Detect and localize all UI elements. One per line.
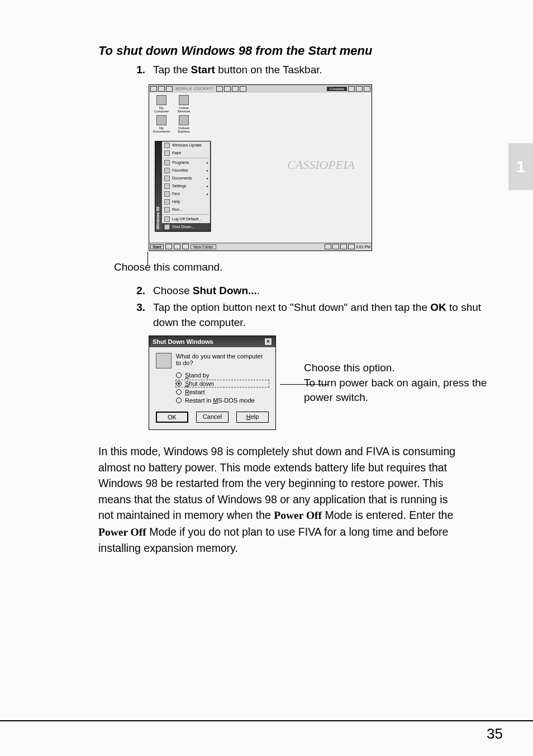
menu-run: Run... [162, 206, 210, 214]
menu-label: Log Off Default... [172, 217, 202, 221]
mail-icon [179, 115, 189, 125]
shutdown-icon [164, 224, 170, 230]
menu-label: Paint [172, 151, 181, 155]
dialog-icon [156, 353, 172, 368]
paint-icon [164, 150, 170, 156]
figure-caption: Choose this command. [114, 261, 499, 273]
update-icon [164, 143, 170, 148]
body-paragraph: In this mode, Windows 98 is completely s… [98, 443, 456, 556]
toolbar-icon [232, 86, 239, 92]
toolbar-icon [240, 86, 246, 92]
radio-icon [176, 389, 182, 395]
text: Mode if you do not plan to use FIVA for … [98, 526, 448, 554]
taskbar-clock: 2:01 PM [356, 245, 370, 249]
callout-line [280, 384, 329, 385]
callout-line [147, 252, 148, 265]
text: button on the Taskbar. [215, 64, 322, 75]
toolbar-icon [356, 86, 363, 92]
menu-find: Find [162, 190, 210, 198]
menu-label: Favorites [172, 168, 188, 172]
footer-rule [0, 720, 533, 721]
help-icon [164, 199, 170, 205]
quicklaunch-icon [165, 244, 172, 249]
ok-button: OK [156, 412, 188, 423]
option-label: estart [189, 389, 205, 395]
text-bold: Power Off [274, 509, 322, 521]
text-bold: Power Off [98, 526, 146, 538]
mnemonic: R [185, 389, 189, 395]
menu-label: Find [172, 192, 180, 196]
desktop-icon-my-documents: My Documents [153, 115, 170, 133]
page-number: 35 [487, 725, 503, 743]
folder-icon [179, 95, 189, 105]
menu-favorites: Favorites [162, 167, 210, 174]
quicklaunch-icon [182, 244, 189, 249]
menu-label: Shut Down... [172, 225, 194, 229]
tray-icon [332, 244, 339, 249]
icon-label: Online Services [177, 106, 190, 113]
step-number: 1. [133, 63, 145, 78]
toolbar-title: MOBILE COCKPIT [175, 87, 213, 91]
menu-logoff: Log Off Default... [162, 215, 210, 223]
menu-documents: Documents [162, 174, 210, 182]
documents-icon [156, 115, 166, 125]
icon-label: My Computer [154, 106, 169, 113]
toolbar-icon [150, 86, 157, 92]
option-label: tand by [189, 372, 209, 379]
icon-label: My Documents [153, 126, 170, 133]
menu-label: Settings [172, 184, 186, 188]
menu-paint: Paint [162, 149, 210, 157]
step-text: Tap the option button next to "Shut down… [153, 300, 499, 330]
icon-label: Outlook Express [178, 126, 190, 133]
toolbar-icon [224, 86, 231, 92]
documents-icon [164, 176, 170, 181]
text-bold: OK [430, 301, 446, 313]
desktop-icons-row: My Computer Online Services [153, 95, 193, 113]
text: . [257, 285, 260, 296]
option-standby: Stand by [176, 372, 269, 379]
menu-shutdown: Shut Down... [162, 223, 210, 231]
help-button: Help [236, 412, 269, 423]
toolbar-icon [166, 86, 173, 92]
start-menu: Windows 98 Windows Update Paint Programs… [155, 141, 211, 231]
taskbar: Start New Folder 2:01 PM [149, 243, 372, 251]
menu-programs: Programs [162, 159, 210, 167]
settings-icon [164, 183, 170, 189]
menu-label: Programs [172, 160, 189, 164]
text: Tap the option button next to "Shut down… [153, 301, 430, 313]
close-icon: × [264, 338, 272, 346]
run-icon [164, 207, 170, 212]
annotation-text: To turn power back on again, press the p… [304, 376, 499, 405]
desktop-icons-row: My Documents Outlook Express [153, 115, 193, 133]
tray-icon [340, 244, 347, 249]
chapter-tab: 1 [508, 143, 533, 190]
radio-icon [176, 398, 182, 403]
mnemonic: M [213, 397, 218, 404]
option-label: Restart in [185, 397, 213, 404]
quicklaunch-icon [174, 244, 180, 249]
toolbar-complete: Complete [327, 87, 347, 91]
toolbar-icon [158, 86, 165, 92]
system-tray: 2:01 PM [325, 244, 370, 249]
option-restart: Restart [176, 389, 269, 395]
dialog-prompt: What do you want the computer to do? [176, 353, 269, 366]
text-bold: Start [191, 64, 215, 75]
radio-icon [176, 372, 182, 378]
menu-label: Documents [172, 176, 192, 180]
option-shutdown: Shut down [176, 380, 269, 387]
section-heading: To shut down Windows 98 from the Start m… [98, 44, 499, 58]
menu-help: Help [162, 198, 210, 206]
option-label: S-DOS mode [218, 397, 254, 404]
taskbar-item: New Folder [191, 244, 216, 249]
menu-label: Run... [172, 207, 183, 211]
figure-toolbar: MOBILE COCKPIT Complete [149, 85, 372, 93]
button-label: elp [251, 413, 259, 420]
mnemonic: H [246, 413, 251, 420]
favorites-icon [164, 168, 170, 173]
desktop-icon-online-services: Online Services [175, 95, 193, 113]
toolbar-icon [348, 86, 355, 92]
figure-shutdown-dialog: Shut Down Windows × What do you want the… [149, 336, 276, 430]
option-label: hut down [189, 380, 214, 387]
menu-label: Windows Update [172, 143, 202, 147]
logoff-icon [164, 216, 170, 222]
